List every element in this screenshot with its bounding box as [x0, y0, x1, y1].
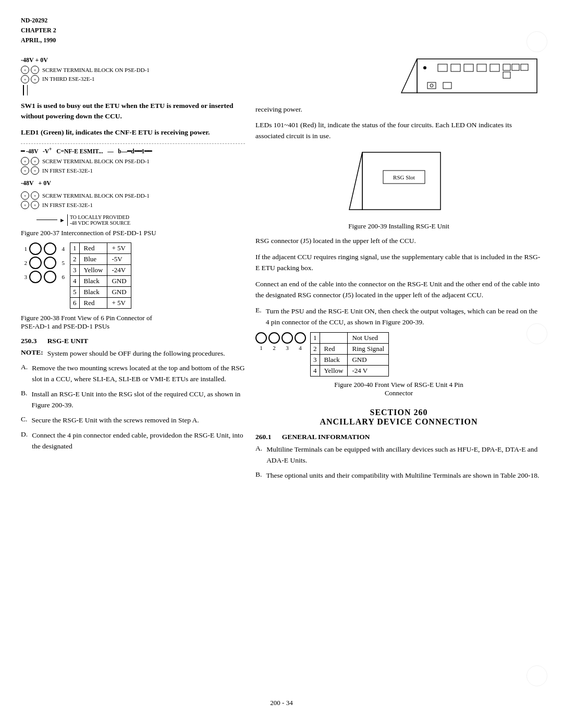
circle-row-3: 3 6: [21, 271, 65, 283]
fig40-num-3: 3: [286, 345, 289, 351]
s5: [21, 191, 29, 200]
note-label: NOTE:: [21, 348, 43, 359]
row-num-5: 5: [58, 260, 65, 266]
s8: [31, 201, 39, 209]
section-260-header: SECTION 260 ANCILLARY DEVICE CONNECTION: [255, 408, 542, 427]
leds-text: LEDs 101~401 (Red) lit, indicate the sta…: [255, 120, 542, 142]
header-line2: CHAPTER 2: [21, 26, 542, 35]
item-a-letter: A.: [21, 363, 28, 385]
pin-voltage-2: -5V: [107, 253, 131, 264]
arrow-line-1: [36, 220, 57, 221]
row-num-6: 6: [58, 274, 65, 280]
fig40-row-2: 2 Red Ring Signal: [311, 343, 389, 354]
fig40-section: 1 2 3 4 1 Not Used 2: [255, 332, 542, 377]
screws-block2: [21, 191, 39, 209]
circle-2a: [29, 257, 42, 269]
pin-voltage-5: GND: [107, 286, 131, 297]
page: ND-20292 CHAPTER 2 APRIL, 1990 -48V + 0V: [0, 0, 563, 728]
page-header: ND-20292 CHAPTER 2 APRIL, 1990: [21, 16, 542, 46]
fig40-row-1: 1 Not Used: [311, 332, 389, 343]
wire-2: [27, 85, 28, 95]
fig40-table-area: 1 Not Used 2 Red Ring Signal 3 Black: [310, 332, 389, 377]
s7: [21, 201, 29, 209]
item-d-letter: D.: [21, 430, 28, 452]
svg-rect-6: [490, 64, 499, 71]
block1-label2: IN FIRST ESE-32E-1: [42, 166, 150, 176]
circle-row-1: 1 4: [21, 242, 65, 255]
fig40-color-2: Red: [320, 343, 348, 354]
circle-1b: [44, 242, 56, 255]
connect-cable-text: Connect an end of the cable into the con…: [255, 279, 542, 301]
left-column: -48V + 0V: [21, 56, 245, 688]
item-c-letter: C.: [21, 415, 27, 426]
corner-decoration-bottom: [527, 665, 547, 686]
item-e-text: Turn the PSU and the RSG-E Unit ON, then…: [266, 306, 542, 328]
fig40-num-cell-1: 1: [311, 332, 320, 343]
pin-color-2: Blue: [79, 253, 107, 264]
item-a-text: Remove the two mounting screws located a…: [32, 363, 245, 385]
screw-2: [31, 66, 39, 74]
right-column: receiving power. LEDs 101~401 (Red) lit,…: [255, 56, 542, 688]
item-c-text: Secure the RSG-E Unit with the screws re…: [31, 415, 199, 426]
circle-3b: [44, 271, 56, 283]
led-diagram-svg: [396, 56, 542, 98]
svg-rect-4: [464, 64, 473, 71]
row-num-4: 4: [58, 246, 65, 252]
fig40-signal-2: Ring Signal: [348, 343, 389, 354]
svg-rect-7: [427, 82, 436, 89]
svg-rect-14: [503, 72, 510, 78]
pin-num-2: 2: [70, 253, 80, 264]
subsection-260-1-heading: 260.1 GENERAL INFORMATION: [255, 433, 542, 441]
item-c: C. Secure the RSG-E Unit with the screws…: [21, 415, 245, 426]
note-text: System power should be OFF during the fo…: [47, 348, 225, 359]
fig40-num-cell-2: 2: [311, 343, 320, 354]
fig40-caption: Figure 200-40 Front View of RSG-E Unit 4…: [255, 381, 542, 397]
fig40-signal-1: Not Used: [348, 332, 389, 343]
fig37-block1: SCREW TERMINAL BLOCK ON PSE-DD-1 IN FIRS…: [21, 157, 245, 175]
wire-1: [23, 85, 24, 95]
svg-text:RSG Slot: RSG Slot: [393, 174, 415, 180]
fig40-num-4: 4: [299, 345, 302, 351]
pin-num-5: 5: [70, 286, 80, 297]
screws-block1: [21, 157, 39, 175]
screw-block-top: [21, 66, 39, 95]
adjacent-ccu-text: If the adjacent CCU requires ringing sig…: [255, 252, 542, 274]
item-b: B. Install an RSG-E Unit into the RSG sl…: [21, 389, 245, 411]
item-260-b: B. These optional units and their compat…: [255, 470, 542, 481]
block1-labels: SCREW TERMINAL BLOCK ON PSE-DD-1 IN FIRS…: [42, 157, 150, 175]
fig38-left: 1 4 2 5 3 6: [21, 242, 65, 283]
corner-decoration-mid: [527, 323, 547, 344]
fig37-block2: -48V + 0V: [21, 179, 245, 187]
svg-point-10: [423, 66, 426, 69]
item-d: D. Connect the 4 pin connector ended cab…: [21, 430, 245, 452]
fig40-signal-4: -24 V: [348, 365, 389, 376]
block2-label2: IN FIRST ESE-32E-1: [42, 201, 150, 210]
s6: [31, 191, 39, 200]
led-diagram-area: [255, 56, 542, 100]
item-a: A. Remove the two mounting screws locate…: [21, 363, 245, 385]
fig40-color-4: Yellow: [320, 365, 348, 376]
pin-color-4: Black: [79, 275, 107, 286]
s4: [31, 166, 39, 175]
row-num-3: 3: [21, 274, 27, 280]
item-260-a: A. Multiline Terminals can be equipped w…: [255, 444, 542, 466]
fig40-circle-1: [255, 332, 267, 344]
pin-row-4: 4 Black GND: [70, 275, 131, 286]
fig39-caption: Figure 200-39 Installing RSG-E Unit: [255, 222, 542, 230]
fig40-signal-3: GND: [348, 354, 389, 365]
circle-2b: [44, 257, 56, 269]
svg-rect-13: [521, 64, 528, 70]
pin-voltage-3: -24V: [107, 264, 131, 275]
section-260-title1: SECTION 260: [255, 408, 542, 417]
brace-text: TO LOCALLY PROVIDED-48 VDC POWER SOURCE: [67, 214, 130, 226]
receiving-power-text: receiving power.: [255, 104, 542, 115]
led1-text: LED1 (Green) lit, indicates the CNF-E ET…: [21, 127, 245, 138]
svg-marker-1: [401, 59, 417, 93]
item-d-text: Connect the 4 pin connector ended cable,…: [32, 430, 245, 452]
fig39-area: RSG Slot: [255, 147, 542, 217]
pin-row-1: 1 Red + 5V: [70, 242, 131, 253]
pin-color-5: Black: [79, 286, 107, 297]
block2-label1: SCREW TERMINAL BLOCK ON PSE-DD-1: [42, 191, 150, 201]
s3: [21, 166, 29, 175]
screw-labels-top: SCREW TERMINAL BLOCK ON PSE-DD-1 IN THIR…: [42, 66, 150, 84]
